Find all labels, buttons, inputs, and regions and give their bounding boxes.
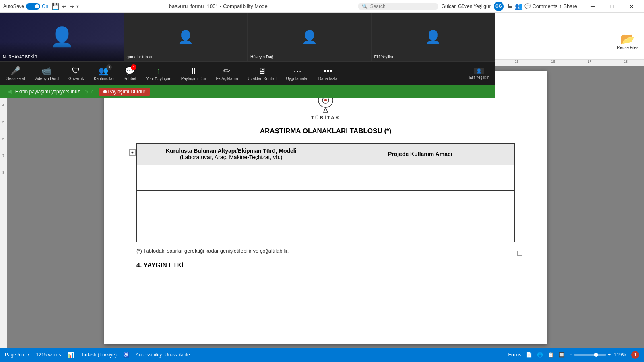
zoom-remote-ctrl-btn[interactable]: 🖥 Uzaktan Kontrol — [248, 66, 276, 81]
table-header-row: Kuruluşta Bulunan Altyapı/Ekipman Türü, … — [137, 144, 515, 165]
autosave-label: AutoSave — [3, 4, 24, 9]
apps-label: Uygulamalar — [286, 76, 309, 81]
status-bar: Page 5 of 7 1215 words 📊 Turkish (Türkiy… — [0, 348, 644, 362]
share-status: ◄ Ekran paylaşımı yapıyorsunuz ⊙ ✓ — [6, 88, 94, 95]
more-icon: ••• — [324, 66, 332, 76]
focus-label[interactable]: Focus — [508, 352, 522, 358]
security-icon: 🛡 — [72, 66, 80, 76]
word-count: 1215 words — [36, 352, 61, 358]
user-area: Gülcan Güven Yeşilgür GG — [442, 2, 504, 11]
table-row — [137, 165, 515, 191]
zoom-video-btn[interactable]: 📹 Videoyu Durd — [35, 66, 59, 81]
document-title: basvuru_formu_1001 - Compatibility Mode — [82, 3, 355, 9]
zoom-user-indicator: 👤 Elif Yeşilkır — [469, 68, 489, 80]
close-button[interactable]: ✕ — [622, 0, 641, 13]
view-print-icon[interactable]: 📄 — [526, 352, 532, 358]
autosave-toggle[interactable] — [26, 3, 40, 10]
table-cell[interactable] — [137, 165, 326, 191]
table-row — [137, 191, 515, 216]
tubitak-text: TÜBİTAK — [311, 115, 341, 121]
participant-huseyin: 👤 Hüseyin Dağ — [248, 13, 372, 61]
doc-page: + TÜBİTAK ARAŞTIRMA OLANAKLARI TABLOSU (… — [104, 71, 547, 344]
col-header-1: Kuruluşta Bulunan Altyapı/Ekipman Türü, … — [137, 144, 326, 165]
redo-icon[interactable]: ↪ — [69, 3, 74, 10]
chat-label: Sohbet — [124, 76, 136, 81]
table-cell[interactable] — [326, 216, 515, 242]
stop-share-button[interactable]: Paylaşımı Durdur — [99, 88, 151, 96]
accessibility-icon: ♿ — [123, 352, 129, 358]
accessibility-status: Accessibility: Unavailable — [136, 352, 190, 358]
screen-icon[interactable]: 🖥 — [507, 3, 513, 10]
table-title: ARAŞTIRMA OLANAKLARI TABLOSU (*) — [136, 127, 515, 135]
view-focus-icon[interactable]: 🔲 — [559, 352, 565, 358]
annotation-icon: ✏ — [223, 66, 230, 76]
minimize-button[interactable]: ─ — [584, 0, 602, 13]
zoom-mute-btn[interactable]: 🎤 Sessize al — [6, 66, 25, 81]
zoom-participants-btn[interactable]: 👥8 Katılımcılar — [94, 66, 114, 81]
table-note: (*) Tablodaki satırlar gerektiği kadar g… — [136, 248, 515, 254]
search-box[interactable]: 🔍 — [358, 3, 438, 10]
zoom-out-icon[interactable]: − — [570, 352, 572, 358]
check-icon-1: ⊙ — [84, 89, 88, 95]
ribbon-right: 📂 Reuse Files — [615, 33, 641, 51]
zoom-slider-thumb[interactable] — [594, 353, 598, 357]
reuse-files-button[interactable]: 📂 Reuse Files — [615, 33, 641, 51]
page-info: Page 5 of 7 — [5, 352, 29, 358]
word-count-icon: 📊 — [67, 352, 74, 358]
zoom-security-btn[interactable]: 🛡 Güvenlik — [68, 66, 84, 81]
table-cell[interactable] — [137, 216, 326, 242]
view-web-icon[interactable]: 🌐 — [537, 352, 543, 358]
video-icon: 📹 — [41, 66, 52, 76]
search-input[interactable] — [370, 4, 431, 9]
save-icon[interactable]: 💾 — [52, 2, 60, 10]
comments-icon[interactable]: 💬 Comments — [524, 3, 557, 9]
zoom-share-banner: ◄ Ekran paylaşımı yapıyorsunuz ⊙ ✓ Payla… — [0, 85, 495, 98]
quick-access-toolbar: 💾 ↩ ↪ ▾ — [52, 2, 79, 10]
zoom-overlay: 👤 NURHAYAT BEKİR 👤 gumelar trio an... 👤 … — [0, 13, 495, 98]
table-cell[interactable] — [326, 165, 515, 191]
autosave-control[interactable]: AutoSave On — [3, 3, 48, 10]
user-name: Gülcan Güven Yeşilgür — [442, 4, 491, 9]
participant-gumelar: 👤 gumelar trio an... — [124, 13, 248, 61]
share-doc-icon[interactable]: 👥 — [515, 2, 523, 10]
autosave-state: On — [42, 4, 48, 9]
table-resize-handle[interactable] — [517, 251, 522, 256]
customize-icon[interactable]: ▾ — [76, 4, 79, 9]
table-cell[interactable] — [326, 191, 515, 216]
view-outline-icon[interactable]: 📋 — [548, 352, 554, 358]
zoom-in-icon[interactable]: + — [608, 352, 611, 358]
user-avatar[interactable]: GG — [494, 2, 504, 11]
participant-elif: 👤 Elif Yeşilkır — [372, 13, 495, 61]
table-add-button[interactable]: + — [129, 149, 136, 156]
reuse-files-label: Reuse Files — [617, 45, 638, 50]
zoom-more-btn[interactable]: ••• Daha fazla — [318, 66, 338, 81]
remote-ctrl-label: Uzaktan Kontrol — [248, 76, 276, 81]
share-banner-text: Ekran paylaşımı yapıyorsunuz — [15, 89, 80, 95]
check-icon-2: ✓ — [90, 89, 94, 95]
zoom-percent[interactable]: 119% — [614, 352, 626, 358]
more-label: Daha fazla — [318, 76, 338, 81]
zoom-chat-btn[interactable]: 💬1 Sohbet — [124, 66, 136, 81]
zoom-slider[interactable] — [574, 354, 606, 356]
zoom-control-word[interactable]: − + 119% — [570, 352, 626, 358]
share-btn-label[interactable]: ↑ Share — [559, 3, 577, 9]
maximize-button[interactable]: □ — [603, 0, 621, 13]
table-cell[interactable] — [137, 191, 326, 216]
participant-name-nurhayat: NURHAYAT BEKİR — [3, 55, 37, 59]
share-arrow-icon: ◄ — [6, 88, 13, 95]
extra-icons: 🖥 👥 💬 Comments ↑ Share — [507, 2, 577, 10]
research-table: Kuruluşta Bulunan Altyapı/Ekipman Türü, … — [136, 143, 515, 242]
window-controls[interactable]: ─ □ ✕ — [584, 0, 641, 13]
ruler-left: 2 3 4 5 6 7 8 — [0, 66, 7, 348]
word-area: 2 3 4 5 6 7 8 + TÜBİTAK ARAŞTI — [0, 66, 644, 348]
svg-point-3 — [324, 99, 327, 101]
zoom-apps-btn[interactable]: ⋯ Uygulamalar — [286, 66, 309, 81]
undo-icon[interactable]: ↩ — [62, 3, 67, 10]
notification-badge[interactable]: 1 — [631, 351, 639, 359]
video-label: Videoyu Durd — [35, 76, 59, 81]
remote-ctrl-icon: 🖥 — [258, 66, 266, 76]
zoom-annotation-btn[interactable]: ✏ Ek Açıklama — [216, 66, 238, 81]
participant-name-elif: Elif Yeşilkır — [374, 55, 394, 59]
zoom-pause-share-btn[interactable]: ⏸ Paylaşımı Dur — [181, 66, 206, 81]
zoom-share-btn[interactable]: ↑ Yeni Paylaşım — [146, 66, 171, 81]
